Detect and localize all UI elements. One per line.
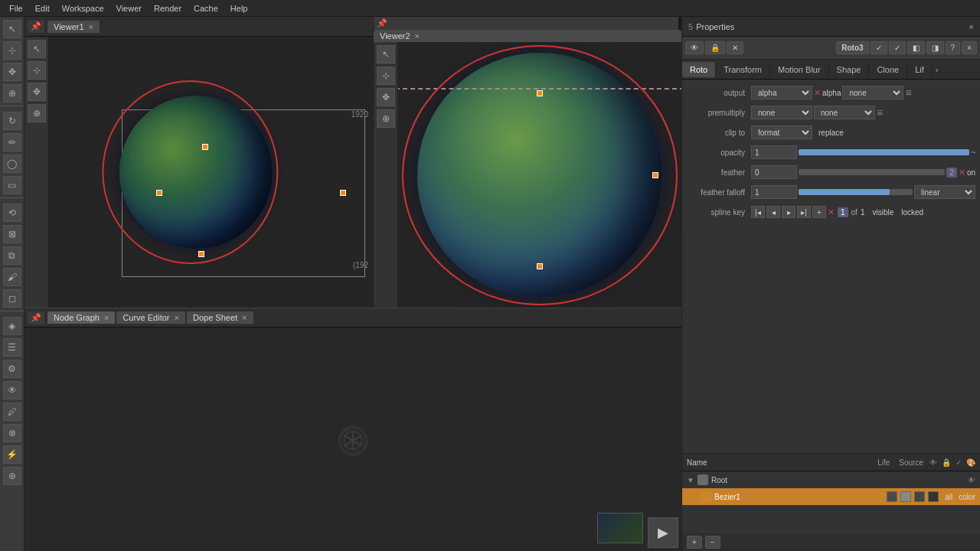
clipto-dropdown[interactable]: format	[751, 126, 812, 139]
viewer2-tab[interactable]: Viewer2 ×	[374, 30, 681, 42]
cp4[interactable]	[156, 190, 162, 196]
opacity-input[interactable]	[751, 145, 797, 159]
premultiply-dropdown2[interactable]: none	[814, 106, 875, 119]
tab-roto[interactable]: Roto	[682, 62, 716, 77]
tool-brush[interactable]: 🖊	[3, 403, 21, 421]
menu-help[interactable]: Help	[224, 2, 254, 15]
tool-zoom[interactable]: ⊕	[3, 84, 21, 103]
v2-cp1[interactable]	[537, 90, 543, 96]
curveeditor-close[interactable]: ×	[175, 313, 179, 322]
feather-input[interactable]	[751, 165, 797, 179]
splinekey-add[interactable]: +	[812, 206, 826, 218]
tab-motion-blur[interactable]: Motion Blur	[770, 62, 829, 77]
featherfalloff-input[interactable]	[751, 185, 797, 199]
viewer1-tab[interactable]: Viewer1 ×	[47, 21, 100, 33]
props-icon2[interactable]: ◨	[926, 41, 944, 54]
node-graph-canvas[interactable]: ⊛	[24, 328, 681, 551]
props-x-btn[interactable]: ✕	[727, 41, 743, 54]
nodegraph-close[interactable]: ×	[104, 313, 109, 322]
tool-warp[interactable]: ⊠	[3, 225, 21, 243]
tool-extra2[interactable]: ⊛	[3, 467, 21, 485]
feather-slider[interactable]	[799, 169, 945, 175]
tool-transform[interactable]: ⟲	[3, 204, 21, 222]
v2-tool1[interactable]: ↖	[377, 45, 395, 64]
tool-pen[interactable]: ✏	[3, 133, 21, 152]
premultiply-menu-btn[interactable]: ≡	[877, 106, 883, 119]
tool-paint[interactable]: 🖌	[3, 268, 21, 286]
v1-tool3[interactable]: ✥	[28, 83, 46, 101]
remove-layer-btn[interactable]: −	[705, 536, 720, 549]
layers-lock-icon[interactable]: 🔒	[942, 458, 951, 467]
opacity-animated-btn[interactable]: ~	[971, 148, 975, 157]
splinekey-prev[interactable]: ◂	[766, 206, 780, 218]
v2-tool3[interactable]: ✥	[377, 88, 395, 106]
tool-pan[interactable]: ✥	[3, 63, 21, 81]
cp2[interactable]	[340, 190, 346, 196]
layers-color-icon[interactable]: 🎨	[966, 458, 975, 467]
v1-tool2[interactable]: ⊹	[28, 61, 46, 80]
output-x-btn[interactable]: ✕	[814, 88, 821, 98]
output-dropdown[interactable]: alpha	[751, 86, 812, 99]
tab-more[interactable]: ›	[933, 62, 942, 77]
root-expand[interactable]: ▼	[687, 476, 694, 484]
layer-root-row[interactable]: ▼ Root 👁	[682, 471, 980, 488]
tool-layers[interactable]: ☰	[3, 338, 21, 357]
props-question[interactable]: ?	[946, 41, 961, 54]
tab-shape[interactable]: Shape	[829, 62, 870, 77]
tab-transform[interactable]: Transform	[716, 62, 770, 77]
menu-viewer[interactable]: Viewer	[110, 2, 148, 15]
tab-lif[interactable]: Lif	[907, 62, 933, 77]
viewer1-pin[interactable]: 📌	[28, 20, 44, 33]
tab-clone[interactable]: Clone	[869, 62, 907, 77]
bezier-check1[interactable]	[887, 491, 897, 502]
tool-rect[interactable]: ▭	[3, 176, 21, 194]
props-close[interactable]: ×	[969, 22, 974, 31]
featherfalloff-type[interactable]: linear	[914, 185, 975, 199]
splinekey-first[interactable]: |◂	[751, 206, 765, 218]
tool-extra[interactable]: ⚡	[3, 445, 21, 464]
premultiply-dropdown1[interactable]: none	[751, 106, 812, 119]
props-close2[interactable]: ×	[962, 41, 977, 54]
menu-workspace[interactable]: Workspace	[56, 2, 110, 15]
bezier-check4[interactable]	[928, 491, 939, 502]
splinekey-last[interactable]: ▸|	[797, 206, 811, 218]
viewer2-close[interactable]: ×	[415, 31, 420, 41]
root-eye[interactable]: 👁	[968, 476, 975, 484]
tool-arrow[interactable]: ↖	[3, 20, 21, 38]
v1-tool1[interactable]: ↖	[28, 40, 46, 58]
splinekey-del[interactable]: ✕	[828, 207, 835, 217]
output-none-dropdown[interactable]: none	[842, 86, 903, 99]
menu-edit[interactable]: Edit	[29, 2, 56, 15]
feather-x[interactable]: ✕	[959, 168, 965, 178]
bezier-check2[interactable]	[900, 491, 911, 502]
v2-cp2[interactable]	[652, 172, 658, 178]
tool-node[interactable]: ◈	[3, 317, 21, 335]
tab-curve-editor[interactable]: Curve Editor ×	[116, 311, 185, 324]
props-eye-btn[interactable]: 👁	[685, 41, 704, 54]
v2-cp3[interactable]	[537, 263, 543, 269]
v2-tool4[interactable]: ⊕	[377, 109, 395, 128]
layer-bezier-row[interactable]: Bezier1 all color	[682, 488, 980, 505]
play-button[interactable]: ▶	[648, 517, 678, 548]
v1-tool4[interactable]: ⊕	[28, 104, 46, 122]
tool-clone[interactable]: ⧉	[3, 246, 21, 265]
menu-render[interactable]: Render	[148, 2, 188, 15]
props-lock-btn[interactable]: 🔒	[705, 41, 725, 54]
tool-select[interactable]: ⊹	[3, 41, 21, 60]
viewer1-close[interactable]: ×	[89, 22, 93, 31]
layers-eye-icon[interactable]: 👁	[929, 458, 937, 467]
featherfalloff-slider[interactable]	[799, 189, 913, 195]
tab-node-graph[interactable]: Node Graph ×	[47, 311, 115, 324]
bezier-check3[interactable]	[914, 491, 925, 502]
tool-eye[interactable]: 👁	[3, 381, 21, 399]
menu-cache[interactable]: Cache	[188, 2, 224, 15]
cp1[interactable]	[202, 144, 208, 150]
props-node-name[interactable]: Roto3	[836, 41, 868, 54]
output-menu-btn[interactable]: ≡	[905, 86, 911, 99]
tool-eraser[interactable]: ◻	[3, 289, 21, 308]
opacity-slider[interactable]	[799, 149, 969, 155]
props-check2[interactable]: ✓	[889, 41, 906, 54]
tool-shape[interactable]: ◯	[3, 155, 21, 173]
tool-settings[interactable]: ⚙	[3, 360, 21, 378]
dopesheet-close[interactable]: ×	[242, 313, 247, 322]
